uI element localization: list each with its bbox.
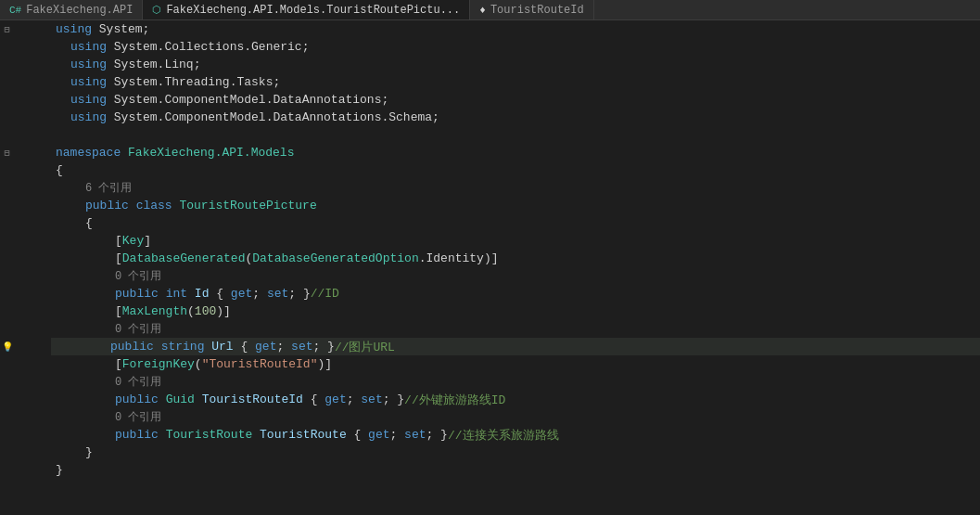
gutter-line-9 (0, 161, 51, 179)
fold-8[interactable]: ⊟ (0, 148, 14, 159)
gutter-line-4 (0, 73, 51, 91)
gutter-line-24 (0, 426, 51, 444)
number-100: 100 (195, 304, 216, 318)
code-line-10: 6 个引用 (56, 179, 980, 197)
code-line-11: public class TouristRoutePicture (56, 197, 980, 214)
gutter-line-22 (0, 391, 51, 408)
keyword-get-2: get (255, 340, 276, 354)
type-string: string (161, 340, 205, 354)
class-icon: ⬡ (152, 4, 161, 16)
ref-count-0-c: 0 个引用 (115, 374, 161, 390)
gutter-line-6 (0, 109, 51, 126)
keyword-using-3: using (70, 58, 107, 71)
type-guid: Guid (166, 393, 195, 406)
code-line-1: using System; (56, 20, 980, 38)
gutter-line-20 (0, 355, 51, 373)
attr-dbgeneratedoption: DatabaseGeneratedOption (252, 251, 418, 265)
prop-url: Url (211, 340, 233, 354)
keyword-public-5: public (115, 428, 159, 442)
gutter-line-25 (0, 444, 51, 461)
code-line-13: [Key] (56, 232, 980, 250)
code-line-23: 0 个引用 (56, 408, 980, 426)
code-line-2: using System.Collections.Generic; (56, 38, 980, 56)
tab-file-label: FakeXiecheng.API (26, 4, 133, 17)
keyword-set-1: set (267, 287, 288, 301)
gutter-line-23 (0, 408, 51, 426)
tab-member[interactable]: ♦ TouristRouteId (470, 0, 593, 20)
keyword-set-2: set (291, 340, 312, 354)
gutter-line-16 (0, 285, 51, 303)
gutter-line-13 (0, 232, 51, 250)
code-line-16: public int Id { get; set; }//ID (56, 285, 980, 303)
gutter-line-10 (0, 179, 51, 197)
tab-member-label: TouristRouteId (490, 4, 584, 17)
code-line-21: 0 个引用 (56, 373, 980, 391)
keyword-using-4: using (70, 75, 107, 89)
editor-gutter: ⊟ ⊟ (0, 20, 51, 515)
tab-file[interactable]: C# FakeXiecheng.API (0, 0, 143, 20)
gutter-line-12 (0, 214, 51, 232)
code-line-4: using System.Threading.Tasks; (56, 73, 980, 91)
type-touristroute: TouristRoute (166, 428, 253, 442)
code-line-12: { (56, 214, 980, 232)
gutter-line-1: ⊟ (0, 20, 51, 38)
keyword-public-4: public (115, 393, 159, 406)
ref-count-0-d: 0 个引用 (115, 409, 161, 425)
keyword-using-6: using (70, 110, 107, 124)
gutter-line-18 (0, 320, 51, 338)
keyword-public-1: public (85, 199, 129, 212)
ref-count-0-a: 0 个引用 (115, 268, 161, 284)
gutter-line-2 (0, 38, 51, 56)
code-line-26: } (56, 461, 980, 479)
gutter-line-7 (0, 126, 51, 144)
code-line-20: [ForeignKey("TouristRouteId")] (56, 355, 980, 373)
code-line-5: using System.ComponentModel.DataAnnotati… (56, 91, 980, 109)
keyword-using-2: using (70, 40, 107, 54)
gutter-line-26 (0, 461, 51, 479)
prop-touristroute: TouristRoute (260, 428, 347, 442)
keyword-get-3: get (325, 393, 346, 406)
prop-touristrouteid: TouristRouteId (202, 393, 303, 406)
code-line-17: [MaxLength(100)] (56, 303, 980, 320)
keyword-class: class (136, 199, 172, 212)
tab-bar: C# FakeXiecheng.API ⬡ FakeXiecheng.API.M… (0, 0, 980, 20)
tab-model-label: FakeXiecheng.API.Models.TouristRoutePict… (166, 4, 460, 17)
code-lines-container: using System; using System.Collections.G… (51, 20, 980, 515)
gutter-line-14 (0, 250, 51, 267)
gutter-line-19: 💡 (0, 338, 51, 355)
classname-touristroutepicture: TouristRoutePicture (179, 199, 316, 212)
keyword-public-2: public (115, 287, 159, 301)
code-editor: ⊟ ⊟ (0, 20, 980, 515)
keyword-public-3: public (110, 340, 154, 354)
comment-routeid: //外键旅游路线ID (404, 392, 505, 408)
string-touristrouteid: "TouristRouteId" (202, 357, 318, 371)
fold-1[interactable]: ⊟ (0, 24, 14, 35)
comment-route: //连接关系旅游路线 (448, 427, 559, 444)
attr-foreignkey: ForeignKey (122, 357, 195, 371)
keyword-set-3: set (361, 393, 382, 406)
gutter-line-11 (0, 197, 51, 214)
code-line-24: public TouristRoute TouristRoute { get; … (56, 426, 980, 444)
attr-key: Key (122, 234, 144, 248)
gutter-line-8: ⊟ (0, 144, 51, 161)
code-line-25: } (56, 444, 980, 461)
keyword-get-4: get (368, 428, 389, 442)
code-line-22: public Guid TouristRouteId { get; set; }… (56, 391, 980, 408)
comment-id: //ID (311, 287, 339, 301)
attr-maxlength: MaxLength (122, 304, 187, 318)
code-line-9: { (56, 161, 980, 179)
keyword-namespace: namespace (56, 146, 121, 160)
code-line-7 (56, 126, 980, 144)
attr-dbgenerated: DatabaseGenerated (122, 251, 246, 265)
keyword-using-5: using (70, 93, 107, 107)
ref-count-6: 6 个引用 (85, 180, 132, 196)
type-int: int (166, 287, 187, 301)
gutter-line-15 (0, 267, 51, 285)
code-line-18: 0 个引用 (56, 320, 980, 338)
code-line-3: using System.Linq; (56, 56, 980, 73)
gutter-line-5 (0, 91, 51, 109)
lightbulb-icon[interactable]: 💡 (0, 341, 14, 353)
code-line-14: [DatabaseGenerated(DatabaseGeneratedOpti… (56, 250, 980, 267)
tab-model[interactable]: ⬡ FakeXiecheng.API.Models.TouristRoutePi… (143, 0, 470, 20)
code-line-6: using System.ComponentModel.DataAnnotati… (56, 109, 980, 126)
